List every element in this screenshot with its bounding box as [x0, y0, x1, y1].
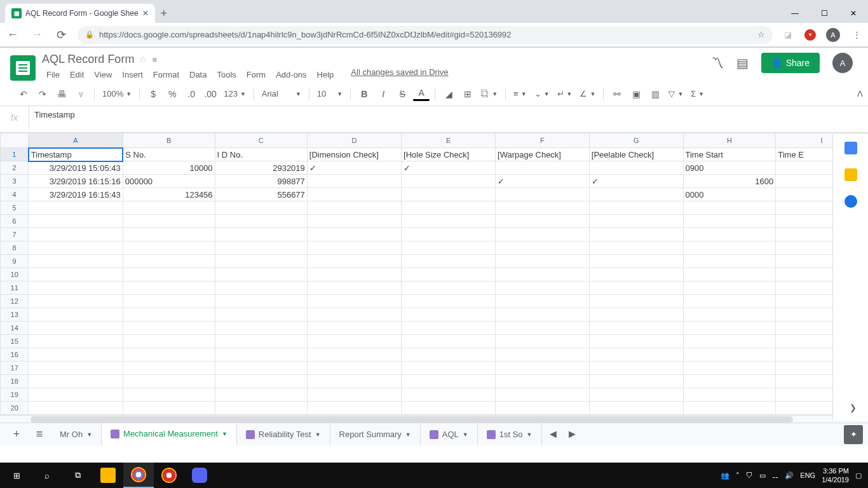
chart-button[interactable]: ▥	[647, 86, 663, 102]
drive-status[interactable]: All changes saved in Drive	[351, 67, 448, 82]
share-button[interactable]: 👤 Share	[761, 53, 820, 73]
cell[interactable]	[589, 348, 683, 362]
cell[interactable]	[402, 255, 496, 268]
sheet-tab[interactable]: 1st So▼	[478, 423, 542, 446]
cell[interactable]	[307, 402, 401, 415]
cell[interactable]: Time Start	[683, 148, 776, 161]
halign-button[interactable]: ≡▼	[511, 89, 529, 98]
cell[interactable]	[123, 335, 215, 348]
cell[interactable]: [Peelable Check]	[589, 148, 683, 161]
cell[interactable]: 3/29/2019 15:05:43	[29, 161, 123, 175]
cell[interactable]	[589, 215, 683, 228]
cell[interactable]	[496, 362, 590, 375]
battery-icon[interactable]: ▭	[759, 471, 766, 480]
cell[interactable]	[29, 402, 123, 415]
cell[interactable]	[307, 201, 401, 215]
explore-button[interactable]: ✦	[844, 425, 863, 444]
sheet-tab[interactable]: Reliability Test▼	[237, 423, 330, 446]
cell[interactable]	[307, 281, 401, 295]
menu-tools[interactable]: Tools	[212, 67, 240, 82]
col-header[interactable]: B	[123, 133, 215, 148]
cell[interactable]	[29, 281, 123, 295]
valign-button[interactable]: ⌄▼	[532, 89, 552, 98]
italic-button[interactable]: I	[375, 86, 391, 102]
cell[interactable]	[123, 228, 215, 241]
cell[interactable]	[29, 201, 123, 215]
cell[interactable]	[496, 375, 590, 388]
cell[interactable]	[215, 215, 307, 228]
cell[interactable]	[307, 175, 401, 188]
cell[interactable]	[683, 402, 776, 415]
chrome-icon[interactable]	[123, 463, 154, 488]
formula-input[interactable]: Timestamp	[29, 106, 868, 123]
cell[interactable]	[496, 215, 590, 228]
sheet-tab[interactable]: Mechanical Measurement▼	[102, 423, 237, 446]
row-header[interactable]: 15	[1, 335, 29, 348]
cell[interactable]	[683, 281, 776, 295]
cell[interactable]	[496, 322, 590, 335]
chevron-down-icon[interactable]: ▼	[463, 431, 468, 438]
cell[interactable]	[496, 228, 590, 241]
cell[interactable]	[683, 362, 776, 375]
cell[interactable]	[215, 268, 307, 281]
cell[interactable]	[123, 362, 215, 375]
font-dropdown[interactable]: Arial▼	[259, 89, 304, 98]
cell[interactable]	[215, 375, 307, 388]
wrap-button[interactable]: ↵▼	[555, 89, 575, 98]
cell[interactable]	[123, 201, 215, 215]
task-view-button[interactable]: ⧉	[62, 463, 93, 488]
clock[interactable]: 3:36 PM 1/4/2019	[822, 466, 849, 485]
cell[interactable]: 1600	[683, 175, 776, 188]
row-header[interactable]: 16	[1, 348, 29, 362]
menu-addons[interactable]: Add-ons	[271, 67, 311, 82]
cell[interactable]	[402, 375, 496, 388]
menu-icon[interactable]: ⋮	[850, 29, 863, 41]
row-header[interactable]: 8	[1, 241, 29, 255]
profile-avatar[interactable]: A	[826, 28, 840, 42]
cell[interactable]	[496, 402, 590, 415]
cell[interactable]	[123, 308, 215, 322]
chevron-down-icon[interactable]: ▼	[405, 431, 411, 438]
cell[interactable]	[589, 281, 683, 295]
col-header[interactable]: G	[589, 133, 683, 148]
cell[interactable]: 0900	[683, 161, 776, 175]
cell[interactable]	[402, 335, 496, 348]
maximize-button[interactable]: ☐	[810, 4, 839, 23]
undo-button[interactable]: ↶	[15, 86, 32, 102]
horizontal-scrollbar[interactable]: ◄ ►	[0, 415, 868, 423]
cell[interactable]	[496, 241, 590, 255]
cell[interactable]	[215, 308, 307, 322]
col-header[interactable]: D	[307, 133, 401, 148]
numfmt-dropdown[interactable]: 123▼	[221, 89, 248, 98]
cell[interactable]	[683, 295, 776, 308]
merge-button[interactable]: ⿻▼	[478, 89, 500, 98]
cell[interactable]	[215, 281, 307, 295]
cell[interactable]: 000000	[123, 175, 215, 188]
search-button[interactable]: ⌕	[32, 463, 62, 488]
cell[interactable]: 3/29/2019 16:15:43	[29, 188, 123, 201]
cell[interactable]	[29, 322, 123, 335]
cell[interactable]	[123, 255, 215, 268]
cell[interactable]	[683, 241, 776, 255]
cell[interactable]	[402, 348, 496, 362]
cell[interactable]	[683, 308, 776, 322]
cell[interactable]	[307, 255, 401, 268]
cell[interactable]: 2932019	[215, 161, 307, 175]
cell[interactable]	[496, 201, 590, 215]
new-tab-button[interactable]: +	[155, 4, 173, 22]
cell[interactable]	[589, 201, 683, 215]
cell[interactable]	[307, 362, 401, 375]
notifications-icon[interactable]: ▢	[855, 471, 862, 480]
cell[interactable]	[589, 228, 683, 241]
language-indicator[interactable]: ENG	[800, 471, 815, 479]
cell[interactable]	[307, 241, 401, 255]
cell[interactable]: 10000	[123, 161, 215, 175]
strike-button[interactable]: S	[394, 86, 410, 102]
cell[interactable]	[215, 201, 307, 215]
cell[interactable]: 3/29/2019 16:15:16	[29, 175, 123, 188]
cell[interactable]	[402, 175, 496, 188]
sheets-logo-icon[interactable]	[10, 55, 36, 81]
cell[interactable]: 123456	[123, 188, 215, 201]
chevron-down-icon[interactable]: ▼	[222, 431, 227, 437]
menu-view[interactable]: View	[90, 67, 116, 82]
